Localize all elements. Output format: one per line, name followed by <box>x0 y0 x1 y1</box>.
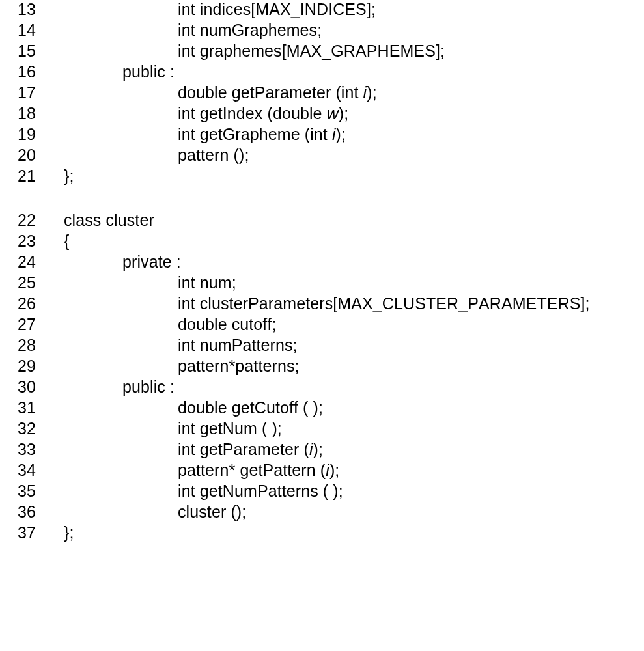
line-number: 22 <box>0 212 51 229</box>
code-line: 34pattern* getPattern (i); <box>0 462 644 483</box>
code-text: class cluster <box>51 212 644 229</box>
code-text: double getParameter (int i); <box>51 85 644 101</box>
code-text: private : <box>51 254 644 270</box>
code-text: int numPatterns; <box>51 337 644 353</box>
code-text: int clusterParameters[MAX_CLUSTER_PARAME… <box>51 296 644 312</box>
code-line: 31double getCutoff ( ); <box>0 400 644 421</box>
code-line: 14int numGraphemes; <box>0 22 644 43</box>
code-line: 21}; <box>0 168 644 189</box>
code-line: 17double getParameter (int i); <box>0 85 644 105</box>
code-segment: private : <box>122 253 181 271</box>
line-number: 15 <box>0 43 51 59</box>
code-line: 16public : <box>0 64 644 85</box>
code-line: 22class cluster <box>0 212 644 233</box>
code-text: int getNum ( ); <box>51 421 644 437</box>
code-line: 29pattern*patterns; <box>0 358 644 379</box>
code-line: 35int getNumPatterns ( ); <box>0 483 644 504</box>
code-text: public : <box>51 379 644 395</box>
code-text: int getNumPatterns ( ); <box>51 483 644 499</box>
code-segment: int getParameter ( <box>178 440 309 458</box>
code-segment: cluster (); <box>178 503 246 521</box>
code-line: 30public : <box>0 379 644 400</box>
code-text: pattern*patterns; <box>51 358 644 374</box>
code-line: 36cluster (); <box>0 504 644 525</box>
line-number: 31 <box>0 400 51 416</box>
code-segment: int numPatterns; <box>178 336 298 354</box>
code-line: 23{ <box>0 233 644 254</box>
code-segment: public : <box>122 378 175 396</box>
code-line: 24private : <box>0 254 644 275</box>
code-line: 18int getIndex (double w); <box>0 105 644 126</box>
line-number: 21 <box>0 168 51 184</box>
code-line: 15int graphemes[MAX_GRAPHEMES]; <box>0 43 644 64</box>
code-segment: { <box>64 232 69 250</box>
code-segment: int clusterParameters[MAX_CLUSTER_PARAME… <box>178 294 590 312</box>
line-number: 20 <box>0 147 51 163</box>
code-segment: ); <box>329 461 339 479</box>
code-text: int graphemes[MAX_GRAPHEMES]; <box>51 43 644 59</box>
code-segment: public : <box>122 62 175 81</box>
code-text: int getGrapheme (int i); <box>51 126 644 143</box>
code-segment: int graphemes[MAX_GRAPHEMES]; <box>178 42 445 60</box>
code-text: double cutoff; <box>51 316 644 333</box>
line-number: 18 <box>0 105 51 122</box>
code-text: int getIndex (double w); <box>51 105 644 122</box>
code-segment: int getGrapheme (int <box>178 125 332 143</box>
line-number: 19 <box>0 126 51 143</box>
line-number: 23 <box>0 233 51 249</box>
code-text: { <box>51 233 644 249</box>
code-listing: 13int indices[MAX_INDICES];14int numGrap… <box>0 0 644 546</box>
code-segment: ); <box>336 125 346 143</box>
code-text: int num; <box>51 275 644 291</box>
line-number: 13 <box>0 1 51 18</box>
code-segment: ); <box>367 83 376 102</box>
code-segment: double getParameter (int <box>178 83 363 102</box>
code-text: public : <box>51 64 644 80</box>
line-number: 28 <box>0 337 51 353</box>
code-line: 32int getNum ( ); <box>0 421 644 441</box>
line-number: 17 <box>0 85 51 101</box>
code-text: cluster (); <box>51 504 644 520</box>
code-line: 26int clusterParameters[MAX_CLUSTER_PARA… <box>0 296 644 316</box>
line-number: 29 <box>0 358 51 374</box>
code-segment: ); <box>313 440 323 458</box>
code-text: }; <box>51 168 644 184</box>
code-text: int getParameter (i); <box>51 441 644 458</box>
italic-identifier: w <box>327 104 339 122</box>
code-line: 19int getGrapheme (int i); <box>0 126 644 147</box>
code-text: pattern (); <box>51 147 644 163</box>
code-segment: int num; <box>178 273 236 292</box>
line-number: 37 <box>0 525 51 541</box>
line-number: 30 <box>0 379 51 395</box>
code-line: 27double cutoff; <box>0 316 644 337</box>
line-number: 36 <box>0 504 51 520</box>
code-segment: int getIndex (double <box>178 104 327 122</box>
code-line: 33int getParameter (i); <box>0 441 644 462</box>
line-number: 27 <box>0 316 51 333</box>
code-line: 25int num; <box>0 275 644 296</box>
code-segment: class cluster <box>64 211 154 229</box>
code-segment: ); <box>339 104 348 122</box>
code-segment: int numGraphemes; <box>178 21 322 39</box>
line-number: 14 <box>0 22 51 38</box>
code-segment: int getNum ( ); <box>178 419 282 437</box>
line-number: 24 <box>0 254 51 270</box>
code-segment: }; <box>64 167 74 185</box>
line-number: 32 <box>0 421 51 437</box>
code-segment: int getNumPatterns ( ); <box>178 482 343 500</box>
line-number: 34 <box>0 462 51 478</box>
code-segment: pattern* getPattern ( <box>178 461 326 479</box>
code-line: 13int indices[MAX_INDICES]; <box>0 1 644 22</box>
line-number: 26 <box>0 296 51 312</box>
code-segment: int indices[MAX_INDICES]; <box>178 0 376 18</box>
code-text: int numGraphemes; <box>51 22 644 38</box>
code-segment: double cutoff; <box>178 315 277 333</box>
code-segment: }; <box>64 523 74 542</box>
code-segment: pattern*patterns; <box>178 357 300 375</box>
code-line: 20pattern (); <box>0 147 644 168</box>
code-line: 37}; <box>0 525 644 546</box>
line-number: 16 <box>0 64 51 80</box>
code-segment: pattern (); <box>178 146 249 164</box>
blank-line <box>0 189 644 212</box>
line-number: 33 <box>0 441 51 458</box>
